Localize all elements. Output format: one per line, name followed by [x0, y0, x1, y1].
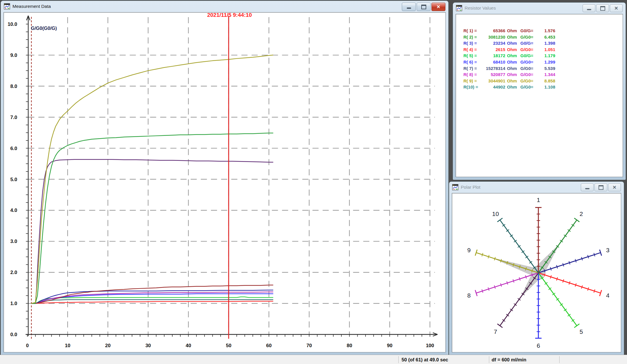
resistor-close-button[interactable]: ✕	[610, 4, 623, 12]
window-measurement-data: Measurement Data ✕ 0.01.02.03.04.05.06.0…	[1, 1, 449, 355]
polar-close-button[interactable]: ✕	[608, 183, 621, 191]
polar-maximize-button[interactable]	[594, 183, 607, 191]
resistor-ohm-value: 65366	[484, 28, 505, 34]
minimize-button[interactable]	[402, 3, 416, 11]
polar-axis-label-3: 3	[606, 247, 610, 253]
unit-label: Ohm	[507, 78, 518, 84]
maximize-icon	[421, 5, 426, 9]
unit-label: Ohm	[507, 28, 518, 34]
status-bar: 50 (of 61) at 49.0 sec df = 600 ml/min	[0, 355, 627, 364]
ratio-label: G0/G=	[520, 40, 537, 46]
ratio-value: 6.453	[537, 34, 555, 40]
x-tick-label: 80	[347, 343, 352, 348]
unit-label: Ohm	[507, 65, 518, 72]
window-title: Measurement Data	[12, 4, 51, 9]
resistor-ohm-value: 18172	[484, 53, 505, 59]
resistor-ohm-value: 3044901	[484, 78, 505, 84]
x-tick-label: 40	[186, 343, 191, 348]
resistor-name: R( 9) =	[463, 78, 484, 84]
ratio-value: 1.299	[537, 59, 555, 65]
y-tick-label: 10.0	[8, 21, 17, 27]
maximize-button[interactable]	[417, 3, 431, 11]
unit-label: Ohm	[507, 40, 518, 46]
x-tick-label: 100	[426, 343, 434, 348]
polar-minimize-button[interactable]	[581, 183, 594, 191]
titlebar-measurement[interactable]: Measurement Data ✕	[1, 1, 448, 12]
resistor-list: R( 1) =65366OhmG0/G=1.576R( 2) =3081230O…	[456, 14, 623, 177]
resistor-row-2: R( 2) =3081230OhmG/G0=6.453	[463, 34, 623, 40]
ratio-value: 1.108	[537, 84, 555, 90]
resistor-name: R( 6) =	[463, 59, 484, 65]
polar-axis-2: 2	[538, 210, 583, 273]
polar-axis-label-10: 10	[492, 210, 499, 217]
titlebar-polar[interactable]: Polar Plot ✕	[449, 182, 624, 193]
resistor-ohm-value: 15278314	[484, 65, 505, 72]
resistor-ohm-value: 44902	[484, 84, 505, 90]
unit-label: Ohm	[507, 46, 518, 53]
titlebar-resistor[interactable]: Resistor Values ✕	[453, 3, 626, 14]
app-icon[interactable]	[452, 184, 458, 190]
polar-axis-label-6: 6	[537, 342, 540, 349]
polar-chart: 12345678910	[452, 193, 621, 352]
ratio-value: 8.858	[537, 78, 555, 84]
resistor-row-6: R( 6) =68410OhmG/G0=1.299	[463, 59, 623, 65]
y-tick-label: 9.0	[10, 53, 17, 58]
polar-axis-label-1: 1	[537, 197, 540, 203]
resistor-row-3: R( 3) =23234OhmG0/G=1.398	[463, 40, 623, 46]
close-icon: ✕	[614, 6, 618, 11]
app-root: Measurement Data ✕ 0.01.02.03.04.05.06.0…	[0, 0, 627, 364]
measurement-chart: 0.01.02.03.04.05.06.07.08.09.010.0010203…	[4, 12, 445, 352]
maximize-icon	[600, 6, 605, 11]
resistor-ohm-value: 68410	[484, 59, 505, 65]
polar-axis-label-7: 7	[494, 328, 497, 335]
y-tick-label: 0.0	[10, 332, 17, 337]
axes	[26, 16, 438, 337]
resistor-row-1: R( 1) =65366OhmG0/G=1.576	[463, 28, 623, 34]
resistor-name: R( 5) =	[463, 53, 484, 59]
app-icon[interactable]	[4, 3, 10, 10]
x-tick-label: 90	[387, 343, 393, 348]
resistor-name: R(10) =	[463, 84, 484, 90]
minimize-icon	[587, 9, 591, 10]
polar-axis-6: 6	[535, 273, 542, 349]
ratio-label: G/G0=	[520, 59, 537, 65]
measurement-chart-area: 0.01.02.03.04.05.06.07.08.09.010.0010203…	[3, 12, 446, 352]
ratio-label: G/G0=	[520, 78, 537, 84]
resistor-name: R( 3) =	[463, 40, 484, 46]
y-tick-label: 1.0	[10, 301, 17, 306]
app-icon[interactable]	[456, 5, 462, 11]
close-button[interactable]: ✕	[431, 3, 445, 11]
y-tick-label: 7.0	[10, 115, 17, 120]
resistor-name: R( 2) =	[463, 34, 484, 40]
window-title: Polar Plot	[461, 185, 480, 190]
resistor-row-10: R(10) =44902OhmG/G0=1.108	[463, 84, 623, 90]
resistor-name: R( 4) =	[463, 46, 484, 53]
ratio-label: G/G0=	[520, 34, 537, 40]
unit-label: Ohm	[507, 84, 518, 90]
polar-axis-5: 5	[538, 273, 583, 335]
ratio-value: 1.576	[537, 28, 555, 34]
unit-label: Ohm	[507, 53, 518, 59]
ratio-label: G/G0=	[520, 84, 537, 90]
polar-axis-7: 7	[494, 273, 538, 335]
status-divider	[489, 356, 490, 363]
resistor-minimize-button[interactable]	[583, 4, 595, 12]
resistor-name: R( 8) =	[463, 71, 484, 78]
ratio-value: 1.398	[537, 40, 555, 46]
status-divider	[559, 356, 560, 363]
ratio-value: 1.344	[537, 71, 555, 78]
resistor-maximize-button[interactable]	[596, 4, 609, 12]
x-tick-label: 70	[307, 343, 312, 348]
resistor-row-9: R( 9) =3044901OhmG/G0=8.858	[463, 78, 623, 84]
window-title: Resistor Values	[465, 6, 496, 11]
polar-axis-label-9: 9	[467, 247, 471, 253]
y-tick-label: 2.0	[10, 270, 17, 275]
resistor-values-area: R( 1) =65366OhmG0/G=1.576R( 2) =3081230O…	[456, 14, 623, 177]
resistor-ohm-value: 2615	[484, 46, 505, 53]
unit-label: Ohm	[507, 34, 518, 40]
resistor-row-5: R( 5) =18172OhmG0/G=1.179	[463, 53, 623, 59]
series-R2	[31, 133, 273, 303]
y-tick-label: 5.0	[10, 177, 17, 182]
status-flow: df = 600 ml/min	[492, 355, 526, 364]
polar-axis-9: 9	[467, 247, 538, 273]
